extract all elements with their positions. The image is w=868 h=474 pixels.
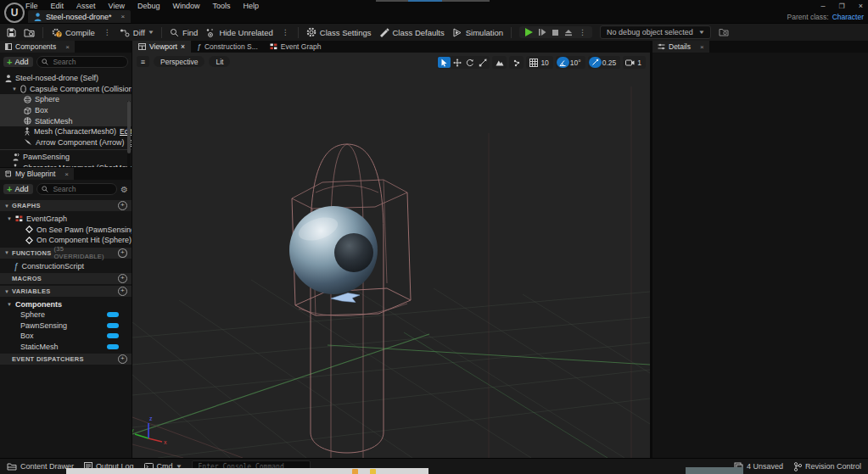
expand-caret-icon[interactable]: ▼ [7, 302, 12, 307]
save-button[interactable] [7, 28, 16, 37]
expand-caret-icon[interactable]: ▼ [12, 86, 17, 92]
section-event-dispatchers[interactable]: ▼ EVENT DISPATCHERS + [0, 354, 132, 365]
section-functions[interactable]: ▼ FUNCTIONS (35 OVERRIDABLE) + [0, 248, 132, 259]
tree-row-capsule[interactable]: ▼ Capsule Component (CollisionCylinde [0, 84, 132, 95]
revision-control-button[interactable]: Revision Control [793, 462, 861, 471]
find-button[interactable]: Find [170, 28, 198, 37]
variable-type-pill[interactable] [107, 312, 119, 317]
row-var-sphere[interactable]: Sphere [0, 309, 132, 321]
compile-options-kebab-icon[interactable]: ⋮ [103, 28, 112, 36]
tree-row-box[interactable]: Box [0, 105, 132, 116]
menu-view[interactable]: View [109, 2, 125, 10]
row-eventgraph[interactable]: ▼ EventGraph [0, 214, 132, 225]
scale-tool-icon[interactable] [476, 57, 489, 68]
scale-snap-icon[interactable] [589, 57, 602, 68]
viewport-menu-hamburger-icon[interactable]: ≡ [137, 56, 149, 67]
camera-speed-value[interactable]: 1 [636, 59, 645, 67]
rotation-snap-icon[interactable] [557, 57, 569, 68]
row-on-see-pawn[interactable]: On See Pawn (PawnSensing) [0, 225, 132, 236]
tab-event-graph[interactable]: Event Graph [264, 41, 328, 53]
debug-browse-icon[interactable] [719, 28, 729, 36]
components-search-input[interactable] [51, 57, 123, 67]
tree-row-self[interactable]: Steel-nosed-drone (Self) [0, 73, 132, 84]
components-tab-close-icon[interactable]: × [65, 43, 70, 51]
tab-viewport[interactable]: Viewport × [132, 41, 191, 53]
variable-type-pill[interactable] [107, 333, 119, 338]
components-add-button[interactable]: + Add [3, 57, 33, 67]
grid-snap-value[interactable]: 10 [540, 59, 552, 67]
scale-snap-value[interactable]: 0.25 [602, 59, 620, 67]
row-var-staticmesh[interactable]: StaticMesh [0, 342, 132, 353]
grid-snap-icon[interactable] [527, 57, 540, 68]
perspective-dropdown[interactable]: Perspective [154, 56, 204, 67]
arrow-component-mesh[interactable] [331, 293, 360, 303]
row-constructionscript[interactable]: ƒ ConstructionScript [0, 261, 132, 272]
content-drawer-button[interactable]: Content Drawer [7, 462, 74, 471]
tab-details[interactable]: Details × [652, 41, 709, 53]
components-search[interactable] [36, 56, 128, 68]
section-macros[interactable]: ▼ MACROS + [0, 273, 132, 284]
steel-sphere-mesh[interactable] [289, 206, 378, 294]
class-settings-button[interactable]: Class Settings [306, 27, 372, 37]
add-function-icon[interactable]: + [118, 248, 127, 258]
menu-tools[interactable]: Tools [212, 2, 230, 10]
play-options-kebab-icon[interactable]: ⋮ [578, 28, 587, 36]
components-scrollbar[interactable] [127, 101, 131, 167]
section-variables[interactable]: ▼ VARIABLES + [0, 286, 132, 297]
tree-row-sphere[interactable]: Sphere [0, 94, 132, 105]
hide-unrelated-kebab-icon[interactable]: ⋮ [281, 28, 290, 36]
add-graph-icon[interactable]: + [118, 201, 127, 210]
my-blueprint-search-input[interactable] [51, 184, 112, 194]
minimize-button[interactable]: – [821, 2, 826, 10]
my-blueprint-settings-gear-icon[interactable]: ⚙ [120, 185, 128, 194]
menu-window[interactable]: Window [172, 2, 199, 10]
menu-file[interactable]: File [25, 2, 38, 10]
asset-tab-close-icon[interactable]: × [121, 13, 126, 20]
diff-button[interactable]: Diff ▼ [120, 28, 154, 37]
move-tool-icon[interactable] [451, 57, 463, 68]
lit-dropdown[interactable]: Lit [209, 56, 230, 67]
debug-object-dropdown[interactable]: No debug object selected ▼ [600, 25, 711, 39]
details-tab-close-icon[interactable]: × [700, 43, 704, 51]
menu-debug[interactable]: Debug [137, 2, 160, 10]
menu-asset[interactable]: Asset [76, 2, 96, 10]
tab-construction-script[interactable]: ƒ Construction S... [191, 41, 264, 53]
tree-row-charmove[interactable]: Character Movement (CharMoveCom [0, 163, 132, 167]
add-dispatcher-icon[interactable]: + [118, 354, 127, 364]
variable-type-pill[interactable] [107, 344, 119, 349]
rotate-tool-icon[interactable] [463, 57, 476, 68]
tree-row-mesh[interactable]: Mesh (CharacterMesh0) Edit in C++ [0, 126, 132, 137]
asset-tab-steel-nosed-drone[interactable]: Steel-nosed-drone* × [28, 10, 131, 23]
parent-class-link[interactable]: Character [832, 13, 864, 21]
stop-icon[interactable] [552, 29, 559, 36]
rotation-snap-value[interactable]: 10° [569, 59, 585, 67]
frame-skip-icon[interactable] [538, 28, 546, 36]
my-blueprint-add-button[interactable]: + Add [3, 184, 33, 194]
browse-asset-button[interactable] [24, 28, 35, 37]
coordinate-system-icon[interactable] [493, 57, 506, 68]
add-variable-icon[interactable]: + [118, 287, 127, 296]
section-graphs[interactable]: ▼ GRAPHS + [0, 200, 132, 211]
compile-button[interactable]: ? Compile [51, 27, 95, 37]
menu-edit[interactable]: Edit [51, 2, 64, 10]
my-blueprint-search[interactable] [36, 183, 117, 195]
my-blueprint-tab-close-icon[interactable]: × [64, 170, 69, 178]
close-button[interactable]: × [859, 2, 863, 10]
tree-row-pawnsensing[interactable]: PawnSensing [0, 152, 132, 163]
viewport-tab-close-icon[interactable]: × [181, 42, 185, 51]
class-defaults-button[interactable]: Class Defaults [379, 28, 445, 37]
simulation-button[interactable]: Simulation [452, 28, 503, 37]
tree-row-arrow[interactable]: Arrow Component (Arrow) Edit in C [0, 137, 132, 148]
surface-snap-icon[interactable] [510, 57, 523, 68]
tab-my-blueprint[interactable]: My Blueprint × [0, 168, 74, 180]
select-tool-icon[interactable] [438, 57, 451, 68]
row-var-pawnsensing[interactable]: PawnSensing [0, 321, 132, 332]
viewport-canvas[interactable]: z x y ≡ Perspective Lit [132, 53, 650, 458]
play-icon[interactable] [524, 28, 533, 36]
tree-row-staticmesh[interactable]: StaticMesh [0, 115, 132, 126]
maximize-button[interactable]: ❐ [839, 3, 845, 10]
eject-icon[interactable] [564, 29, 573, 36]
hide-unrelated-button[interactable]: Hide Unrelated [205, 28, 272, 37]
row-on-component-hit[interactable]: On Component Hit (Sphere) [0, 235, 132, 246]
expand-caret-icon[interactable]: ▼ [7, 216, 12, 221]
